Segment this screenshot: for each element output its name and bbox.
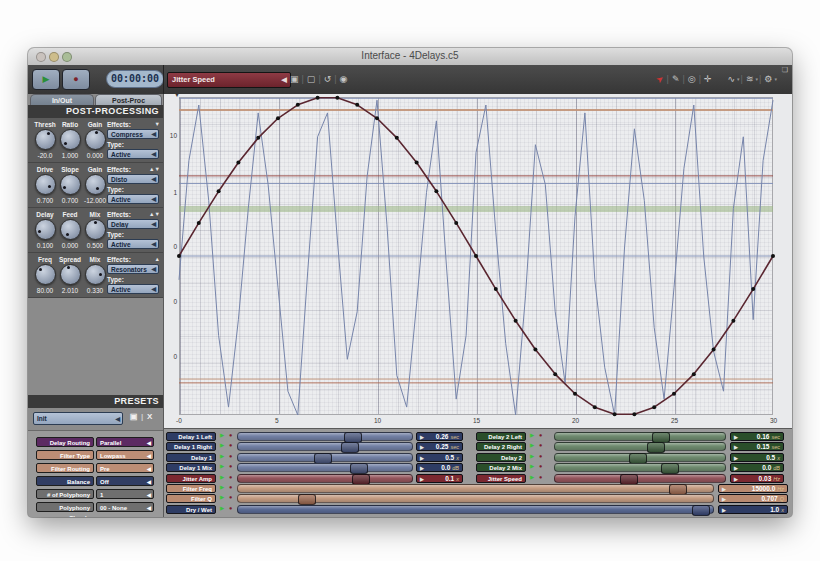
data-point[interactable] <box>355 103 359 107</box>
pan-tool-icon[interactable]: ✛ <box>702 71 714 87</box>
routing-button-balance[interactable]: Balance <box>36 476 94 486</box>
data-point[interactable] <box>731 319 735 323</box>
routing-dropdown[interactable]: Off◀ <box>96 476 154 486</box>
slider-label-delay-1-mix[interactable]: Delay 1 Mix <box>166 463 216 472</box>
data-point[interactable] <box>632 412 636 416</box>
record-automation-icon[interactable]: ● <box>539 453 542 459</box>
slider-track[interactable] <box>554 432 726 441</box>
type-dropdown[interactable]: Active◀ <box>107 149 159 159</box>
automation-play-icon[interactable]: ▶ <box>220 463 224 469</box>
data-point[interactable] <box>335 96 339 100</box>
automation-play-icon[interactable]: ▶ <box>530 463 534 469</box>
value-play-icon[interactable]: ▶ <box>734 433 738 441</box>
record-automation-icon[interactable]: ● <box>229 442 232 448</box>
slider-track[interactable] <box>237 484 714 493</box>
value-play-icon[interactable]: ▶ <box>420 454 424 462</box>
effect-dropdown[interactable]: Disto◀ <box>107 174 159 184</box>
slider-label-filter-freq[interactable]: Filter Freq <box>166 484 216 493</box>
slider-track[interactable] <box>237 453 413 462</box>
data-point[interactable] <box>692 372 696 376</box>
routing-button-polyphony-chords[interactable]: Polyphony Chords <box>36 502 94 512</box>
waveform-view-icon[interactable]: ∿ <box>726 71 738 87</box>
slider-track[interactable] <box>554 463 726 472</box>
effect-dropdown[interactable]: Delay◀ <box>107 219 159 229</box>
record-automation-icon[interactable]: ● <box>229 494 232 500</box>
automation-play-icon[interactable]: ▶ <box>530 442 534 448</box>
data-point[interactable] <box>613 412 617 416</box>
routing-button-filter-routing[interactable]: Filter Routing <box>36 463 94 473</box>
slider-label-delay-2-right[interactable]: Delay 2 Right <box>476 442 526 451</box>
data-point[interactable] <box>494 287 498 291</box>
slider-track[interactable] <box>554 453 726 462</box>
save-icon[interactable]: ▣ <box>288 71 301 87</box>
value-play-icon[interactable]: ▶ <box>734 464 738 472</box>
slider-handle[interactable] <box>350 463 368 474</box>
type-dropdown[interactable]: Active◀ <box>107 239 159 249</box>
data-point[interactable] <box>573 392 577 396</box>
automation-play-icon[interactable]: ▶ <box>220 484 224 490</box>
record-automation-icon[interactable]: ● <box>229 463 232 469</box>
slider-label-delay-2-left[interactable]: Delay 2 Left <box>476 432 526 441</box>
slider-track[interactable] <box>237 505 714 514</box>
knob-freq[interactable] <box>35 264 56 285</box>
envelope-view-icon[interactable]: ≋ <box>744 71 756 87</box>
data-point[interactable] <box>454 221 458 225</box>
effect-dropdown[interactable]: Compress◀ <box>107 129 159 139</box>
record-automation-icon[interactable]: ● <box>229 474 232 480</box>
value-play-icon[interactable]: ▶ <box>734 475 738 483</box>
data-point[interactable] <box>316 96 320 100</box>
data-point[interactable] <box>771 254 775 258</box>
cursor-tool-icon[interactable]: ➤ <box>650 69 669 89</box>
effect-dropdown[interactable]: Resonators◀ <box>107 264 159 274</box>
knob-feed[interactable] <box>60 219 81 240</box>
data-point[interactable] <box>672 392 676 396</box>
panel-toggle-icon[interactable]: ❏ <box>782 66 788 74</box>
slider-label-delay-1-feedback[interactable]: Delay 1 Feedback <box>166 453 216 462</box>
slider-track[interactable] <box>554 442 726 451</box>
preset-save-icon[interactable]: ▣ <box>130 412 138 421</box>
record-automation-icon[interactable]: ● <box>229 432 232 438</box>
value-play-icon[interactable]: ▶ <box>722 495 726 503</box>
record-automation-icon[interactable]: ● <box>539 474 542 480</box>
type-dropdown[interactable]: Active◀ <box>107 194 159 204</box>
value-play-icon[interactable]: ▶ <box>722 506 726 514</box>
record-automation-icon[interactable]: ● <box>539 442 542 448</box>
routing-button-filter-type[interactable]: Filter Type <box>36 450 94 460</box>
data-point[interactable] <box>533 347 537 351</box>
slider-handle[interactable] <box>692 505 710 516</box>
reorder-arrows-icon[interactable]: ▲▼ <box>149 166 160 172</box>
data-point[interactable] <box>217 189 221 193</box>
data-point[interactable] <box>276 116 280 120</box>
param-selector-dropdown[interactable]: Jitter Speed ◀ <box>167 72 291 88</box>
data-point[interactable] <box>712 347 716 351</box>
slider-handle[interactable] <box>620 474 638 485</box>
automation-play-icon[interactable]: ▶ <box>530 453 534 459</box>
value-play-icon[interactable]: ▶ <box>420 433 424 441</box>
value-play-icon[interactable]: ▶ <box>420 464 424 472</box>
data-point[interactable] <box>177 254 181 258</box>
routing-dropdown[interactable]: Parallel◀ <box>96 437 154 447</box>
slider-track[interactable] <box>237 463 413 472</box>
routing-dropdown[interactable]: 1◀ <box>96 489 154 499</box>
slider-handle[interactable] <box>661 463 679 474</box>
knob-gain[interactable] <box>85 129 106 150</box>
slider-handle[interactable] <box>629 453 647 464</box>
routing-dropdown[interactable]: Lowpass◀ <box>96 450 154 460</box>
preset-dropdown[interactable]: Init ◀ <box>33 412 123 425</box>
data-point[interactable] <box>652 405 656 409</box>
automation-chart[interactable]: ▼ -051015202530101000 <box>164 94 792 428</box>
data-point[interactable] <box>236 161 240 165</box>
slider-handle[interactable] <box>298 494 316 505</box>
slider-handle[interactable] <box>352 474 370 485</box>
slider-label-delay-2-feedback[interactable]: Delay 2 Feedback <box>476 453 526 462</box>
knob-delay[interactable] <box>35 219 56 240</box>
zoom-tool-icon[interactable]: ◎ <box>686 71 698 87</box>
routing-dropdown[interactable]: Pre◀ <box>96 463 154 473</box>
slider-label-jitter-amp[interactable]: Jitter Amp <box>166 474 216 483</box>
data-point[interactable] <box>434 189 438 193</box>
slider-track[interactable] <box>554 474 726 483</box>
record-automation-icon[interactable]: ● <box>539 463 542 469</box>
routing-button-delay-routing[interactable]: Delay Routing <box>36 437 94 447</box>
knob-mix[interactable] <box>85 264 106 285</box>
data-point[interactable] <box>197 221 201 225</box>
